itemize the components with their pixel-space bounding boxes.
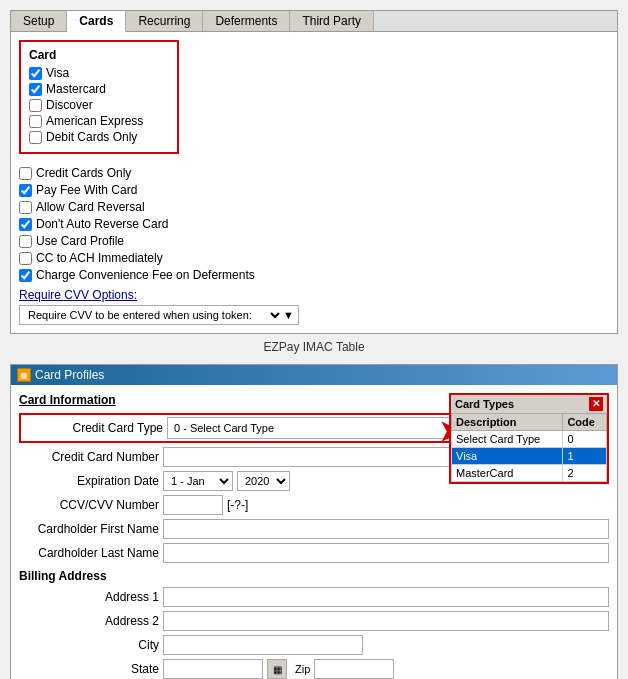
- state-row: State ▦ Zip: [19, 659, 609, 679]
- amex-label: American Express: [46, 114, 143, 128]
- address1-input[interactable]: [163, 587, 609, 607]
- card-types-table: Description Code Select Card Type 0 Visa…: [451, 413, 607, 482]
- dont-auto-reverse-cb[interactable]: [19, 218, 32, 231]
- zip-label: Zip: [295, 663, 310, 675]
- opt-dont-auto-reverse: Don't Auto Reverse Card: [19, 217, 609, 231]
- checkbox-mastercard: Mastercard: [29, 82, 169, 96]
- discover-checkbox[interactable]: [29, 99, 42, 112]
- dont-auto-reverse-label: Don't Auto Reverse Card: [36, 217, 168, 231]
- tab-third-party[interactable]: Third Party: [290, 11, 374, 31]
- opt-allow-reversal: Allow Card Reversal: [19, 200, 609, 214]
- visa-label: Visa: [46, 66, 69, 80]
- checkbox-debit: Debit Cards Only: [29, 130, 169, 144]
- state-label: State: [19, 662, 159, 676]
- col-description: Description: [452, 414, 563, 431]
- top-panel: Setup Cards Recurring Deferments Third P…: [10, 10, 618, 334]
- require-cvv-label[interactable]: Require CVV Options:: [19, 288, 609, 302]
- amex-checkbox[interactable]: [29, 115, 42, 128]
- state-select-button[interactable]: ▦: [267, 659, 287, 679]
- row-code-2: 2: [563, 465, 607, 482]
- cardholder-first-row: Cardholder First Name: [19, 519, 609, 539]
- opt-convenience-fee: Charge Convenience Fee on Deferments: [19, 268, 609, 282]
- tab-recurring[interactable]: Recurring: [126, 11, 203, 31]
- mastercard-checkbox[interactable]: [29, 83, 42, 96]
- panel-content: Card Visa Mastercard Discover American E…: [11, 32, 617, 333]
- cardholder-last-label: Cardholder Last Name: [19, 546, 159, 560]
- popup-close-button[interactable]: ✕: [589, 397, 603, 411]
- cardholder-last-row: Cardholder Last Name: [19, 543, 609, 563]
- convenience-fee-label: Charge Convenience Fee on Deferments: [36, 268, 255, 282]
- cardholder-last-input[interactable]: [163, 543, 609, 563]
- convenience-fee-cb[interactable]: [19, 269, 32, 282]
- tab-bar: Setup Cards Recurring Deferments Third P…: [11, 11, 617, 32]
- table-row[interactable]: MasterCard 2: [452, 465, 607, 482]
- credit-cards-only-cb[interactable]: [19, 167, 32, 180]
- use-card-profile-cb[interactable]: [19, 235, 32, 248]
- credit-cards-only-label: Credit Cards Only: [36, 166, 131, 180]
- ccv-label: CCV/CVV Number: [19, 498, 159, 512]
- exp-year-select[interactable]: 2020 2021 2022: [237, 471, 290, 491]
- cvv-select-container[interactable]: Require CVV to be entered when using tok…: [19, 305, 299, 325]
- debit-checkbox[interactable]: [29, 131, 42, 144]
- address2-row: Address 2: [19, 611, 609, 631]
- visa-checkbox[interactable]: [29, 67, 42, 80]
- row-desc-1: Visa: [452, 448, 563, 465]
- popup-title: Card Types: [455, 398, 514, 410]
- popup-titlebar: Card Types ✕: [451, 395, 607, 413]
- cvv-dropdown[interactable]: Require CVV to be entered when using tok…: [24, 308, 283, 322]
- ccv-placeholder: [-?-]: [227, 498, 248, 512]
- discover-label: Discover: [46, 98, 93, 112]
- checkbox-amex: American Express: [29, 114, 169, 128]
- allow-reversal-cb[interactable]: [19, 201, 32, 214]
- row-desc-0: Select Card Type: [452, 431, 563, 448]
- tab-deferments[interactable]: Deferments: [203, 11, 290, 31]
- options-section: Credit Cards Only Pay Fee With Card Allo…: [19, 166, 609, 282]
- card-types-popup: Card Types ✕ Description Code Select Car…: [449, 393, 609, 484]
- cc-ach-cb[interactable]: [19, 252, 32, 265]
- opt-pay-fee: Pay Fee With Card: [19, 183, 609, 197]
- card-section-title: Card: [29, 48, 169, 62]
- popup-table-header: Description Code: [452, 414, 607, 431]
- ccv-input[interactable]: [163, 495, 223, 515]
- ccv-row: CCV/CVV Number [-?-]: [19, 495, 609, 515]
- tab-cards[interactable]: Cards: [67, 11, 126, 32]
- state-input[interactable]: [163, 659, 263, 679]
- use-card-profile-label: Use Card Profile: [36, 234, 124, 248]
- address2-input[interactable]: [163, 611, 609, 631]
- row-desc-2: MasterCard: [452, 465, 563, 482]
- cardholder-first-label: Cardholder First Name: [19, 522, 159, 536]
- city-row: City: [19, 635, 609, 655]
- billing-header: Billing Address: [19, 569, 609, 583]
- expiration-fields: 1 - Jan 2 - Feb 3 - Mar 12 - Dec 2020 20…: [163, 471, 290, 491]
- pay-fee-label: Pay Fee With Card: [36, 183, 137, 197]
- row-code-1: 1: [563, 448, 607, 465]
- pay-fee-cb[interactable]: [19, 184, 32, 197]
- cardholder-first-input[interactable]: [163, 519, 609, 539]
- top-caption: EZPay IMAC Table: [10, 340, 618, 354]
- card-section: Card Visa Mastercard Discover American E…: [19, 40, 179, 154]
- col-code: Code: [563, 414, 607, 431]
- window-title: Card Profiles: [35, 368, 104, 382]
- city-label: City: [19, 638, 159, 652]
- window-icon: ▦: [17, 368, 31, 382]
- opt-cc-ach: CC to ACH Immediately: [19, 251, 609, 265]
- window-titlebar: ▦ Card Profiles: [11, 365, 617, 385]
- debit-label: Debit Cards Only: [46, 130, 137, 144]
- table-row[interactable]: Select Card Type 0: [452, 431, 607, 448]
- address2-label: Address 2: [19, 614, 159, 628]
- credit-card-number-label: Credit Card Number: [19, 450, 159, 464]
- table-row[interactable]: Visa 1: [452, 448, 607, 465]
- tab-setup[interactable]: Setup: [11, 11, 67, 31]
- city-input[interactable]: [163, 635, 363, 655]
- mastercard-label: Mastercard: [46, 82, 106, 96]
- checkbox-visa: Visa: [29, 66, 169, 80]
- opt-use-card-profile: Use Card Profile: [19, 234, 609, 248]
- exp-month-select[interactable]: 1 - Jan 2 - Feb 3 - Mar 12 - Dec: [163, 471, 233, 491]
- bottom-panel: ▦ Card Profiles Card Information Credit …: [10, 364, 618, 679]
- opt-credit-cards-only: Credit Cards Only: [19, 166, 609, 180]
- row-code-0: 0: [563, 431, 607, 448]
- allow-reversal-label: Allow Card Reversal: [36, 200, 145, 214]
- expiration-label: Expiration Date: [19, 474, 159, 488]
- zip-input[interactable]: [314, 659, 394, 679]
- address1-row: Address 1: [19, 587, 609, 607]
